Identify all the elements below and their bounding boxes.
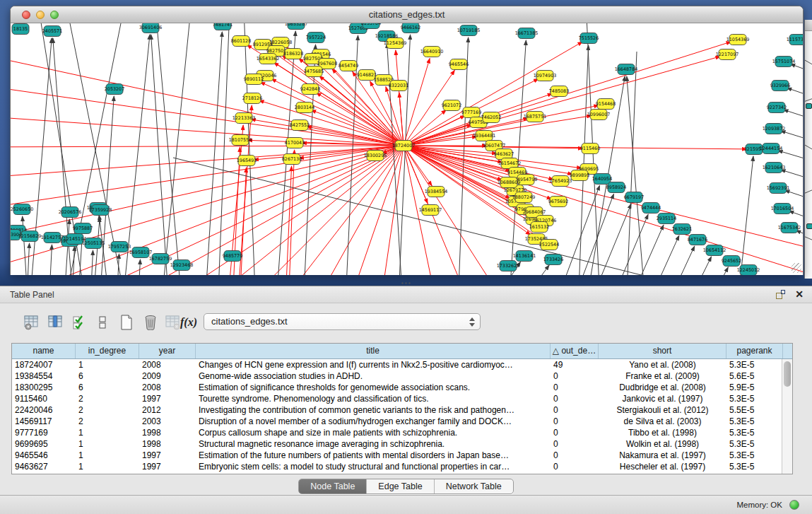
table-settings-button[interactable] bbox=[21, 312, 42, 333]
graph-node[interactable]: 18807249 bbox=[512, 192, 536, 203]
table-row[interactable]: 1830029562008Estimation of significance … bbox=[12, 382, 792, 393]
citation-edge-black[interactable] bbox=[201, 32, 222, 275]
graph-node[interactable]: 15751074 bbox=[772, 57, 796, 67]
citation-edge-black[interactable] bbox=[583, 204, 631, 275]
column-header-name[interactable]: name bbox=[12, 344, 76, 358]
citation-edge-red[interactable] bbox=[11, 146, 404, 179]
graph-node[interactable]: 9115460 bbox=[580, 144, 600, 154]
window-resize-grip[interactable] bbox=[792, 263, 801, 273]
citation-edge-red[interactable] bbox=[259, 100, 404, 146]
graph-node[interactable]: 16640910 bbox=[420, 47, 444, 57]
graph-node[interactable]: 10654112 bbox=[703, 245, 726, 256]
citation-edge-black[interactable] bbox=[155, 23, 187, 275]
graph-node[interactable]: 7462052 bbox=[481, 112, 501, 123]
citation-edge-black[interactable] bbox=[624, 52, 637, 275]
graph-node[interactable]: 16210643 bbox=[763, 163, 786, 173]
table-scrollbar[interactable] bbox=[782, 359, 792, 474]
graph-node[interactable]: 11675342 bbox=[778, 223, 801, 233]
citation-edge-black[interactable] bbox=[787, 88, 803, 105]
graph-node[interactable]: 14569117 bbox=[419, 205, 442, 216]
graph-node[interactable]: 8601128 bbox=[231, 36, 251, 47]
graph-node[interactable]: 9245652 bbox=[722, 256, 741, 267]
graph-node[interactable]: 19384554 bbox=[425, 187, 448, 197]
graph-node[interactable]: 9466162 bbox=[401, 23, 420, 33]
citation-edge-black[interactable] bbox=[272, 31, 295, 275]
graph-node[interactable]: 8186328 bbox=[283, 49, 303, 59]
graph-node[interactable]: 16782759 bbox=[149, 254, 172, 264]
citation-edge-black[interactable] bbox=[46, 245, 52, 275]
table-selector-dropdown[interactable]: citations_edges.txt bbox=[204, 313, 481, 330]
table-row[interactable]: 911546021997Tourette syndrome. Phenomeno… bbox=[12, 393, 792, 404]
table-row[interactable]: 1938455462009Genome-wide association stu… bbox=[12, 370, 792, 382]
graph-node[interactable]: 10996007 bbox=[587, 110, 611, 120]
graph-node[interactable]: 2935114 bbox=[657, 214, 676, 224]
graph-node[interactable]: 19142757 bbox=[41, 233, 64, 243]
graph-node[interactable]: 8322031 bbox=[389, 81, 408, 91]
function-builder-button[interactable]: f(x) bbox=[178, 312, 199, 333]
graph-node[interactable]: 12213363 bbox=[233, 113, 256, 124]
graph-node[interactable]: 17359928 bbox=[89, 205, 112, 216]
graph-node[interactable]: 16671385 bbox=[515, 28, 539, 39]
close-panel-icon[interactable]: ✕ bbox=[795, 288, 804, 300]
graph-node[interactable]: 12217097 bbox=[716, 49, 739, 60]
graph-node[interactable]: 7515526 bbox=[579, 33, 599, 44]
citation-edge-black[interactable] bbox=[790, 64, 803, 81]
graph-node[interactable]: 9621072 bbox=[442, 100, 461, 111]
citation-edge-red[interactable] bbox=[271, 79, 404, 146]
graph-node[interactable]: 9465546 bbox=[449, 59, 469, 70]
citation-edge-black[interactable] bbox=[88, 250, 93, 275]
graph-node[interactable]: 2053207 bbox=[105, 84, 124, 95]
graph-node[interactable]: 9242848 bbox=[300, 84, 320, 95]
citation-edge-red[interactable] bbox=[11, 146, 404, 147]
table-row[interactable]: 946554611997Estimation of the future num… bbox=[12, 450, 792, 461]
citation-edge-black[interactable] bbox=[601, 214, 648, 275]
graph-node[interactable]: 15692391 bbox=[767, 183, 790, 194]
select-rows-button[interactable] bbox=[69, 312, 90, 333]
graph-node[interactable]: 10653287 bbox=[285, 23, 308, 30]
column-header-year[interactable]: year bbox=[139, 344, 196, 358]
citation-edge-red[interactable] bbox=[11, 146, 404, 243]
graph-node[interactable]: 6679197 bbox=[624, 192, 644, 203]
table-row[interactable]: 946362711997Embryonic stem cells: a mode… bbox=[12, 461, 792, 472]
scrollbar-thumb[interactable] bbox=[784, 361, 791, 387]
column-visibility-button[interactable] bbox=[45, 312, 66, 333]
graph-node[interactable]: 9975887 bbox=[73, 223, 93, 234]
citation-network-graph[interactable]: 1813524055713069140674817411065328715276… bbox=[11, 23, 803, 275]
citation-edge-red[interactable] bbox=[260, 82, 404, 146]
graph-node[interactable]: 17957253 bbox=[108, 242, 131, 252]
citation-edge-black[interactable] bbox=[135, 259, 140, 275]
graph-node[interactable]: 9329966 bbox=[770, 81, 790, 91]
graph-node[interactable]: 17654923 bbox=[549, 176, 572, 187]
column-header-title[interactable]: title bbox=[196, 344, 551, 358]
graph-node[interactable]: 18107554 bbox=[229, 135, 252, 146]
graph-node[interactable]: 9675692 bbox=[548, 197, 568, 207]
graph-node[interactable]: 16543362 bbox=[257, 54, 280, 64]
graph-node[interactable]: 3475685 bbox=[304, 66, 324, 77]
graph-node[interactable]: 2718126 bbox=[242, 93, 262, 104]
create-column-button[interactable] bbox=[116, 312, 137, 333]
graph-node[interactable]: 12923468 bbox=[170, 260, 194, 271]
table-row[interactable]: 2242004622012Investigating the contribut… bbox=[12, 404, 792, 416]
graph-node[interactable]: 9899895 bbox=[570, 170, 589, 181]
graph-node[interactable]: 1615132 bbox=[529, 222, 549, 233]
citation-edge-black[interactable] bbox=[23, 216, 32, 275]
citation-edge-black[interactable] bbox=[396, 35, 411, 275]
graph-node[interactable]: 11254369 bbox=[384, 38, 407, 49]
graph-node[interactable]: 8958924 bbox=[606, 182, 626, 193]
graph-node[interactable]: 18135 bbox=[12, 24, 29, 35]
tab-network-table[interactable]: Network Table bbox=[435, 479, 513, 493]
graph-node[interactable]: 9485779 bbox=[223, 251, 242, 262]
graph-node[interactable]: 17332625 bbox=[497, 261, 520, 271]
graph-node[interactable]: 7632621 bbox=[672, 224, 692, 235]
column-header-in_degree[interactable]: in_degree bbox=[76, 344, 139, 358]
column-header-out_de[interactable]: △ out_de… bbox=[551, 344, 599, 358]
graph-node[interactable]: 17016504 bbox=[771, 204, 794, 214]
network-view-window[interactable]: citations_edges.txt 18135240557130691406… bbox=[10, 6, 804, 275]
stacked-rows-button[interactable] bbox=[92, 312, 113, 333]
graph-node[interactable]: 10974903 bbox=[534, 71, 557, 81]
graph-node[interactable]: 25260650 bbox=[11, 204, 33, 215]
graph-node[interactable]: 16875751 bbox=[524, 112, 547, 122]
graph-node[interactable]: 14136141 bbox=[513, 251, 536, 262]
table-row[interactable]: 977716911998Corpus callosum shape and si… bbox=[12, 427, 792, 438]
table-row[interactable]: 969969511998Structural magnetic resonanc… bbox=[12, 438, 792, 450]
